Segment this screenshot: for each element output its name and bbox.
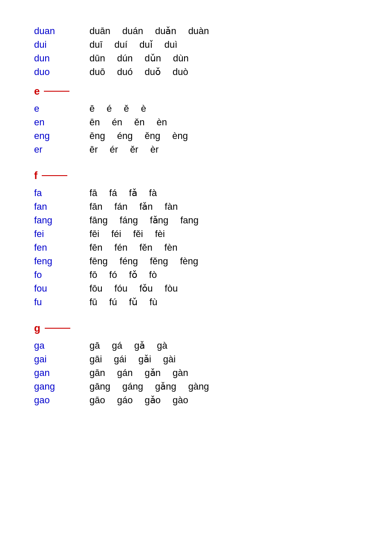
pinyin-tones: fūfúfǔfù [89, 297, 157, 308]
pinyin-label: dun [34, 53, 89, 64]
tone-value: fò [149, 269, 157, 280]
tone-value: gāi [89, 354, 102, 365]
pinyin-tones: ēngéngěngèng [89, 130, 188, 142]
pinyin-row: duoduōduóduǒduò [34, 66, 358, 78]
pinyin-tones: fōfófǒfò [89, 269, 157, 280]
tone-value: féi [111, 228, 121, 240]
tone-value: fēng [89, 256, 108, 267]
pinyin-tones: fēiféifěifèi [89, 228, 165, 240]
tone-value: fǎng [150, 215, 169, 226]
pinyin-label: fa [34, 188, 89, 199]
pinyin-tones: gāogáogǎogào [89, 395, 188, 406]
pinyin-label: duo [34, 66, 89, 78]
tone-value: ěn [134, 117, 144, 128]
section-line [45, 328, 70, 329]
tone-value: én [112, 117, 122, 128]
pinyin-tones: duānduánduǎnduàn [89, 26, 209, 37]
tone-value: gáng [122, 381, 143, 392]
tone-value: fén [115, 242, 128, 253]
tone-value: gán [117, 367, 133, 379]
tone-value: ě [124, 103, 129, 114]
tone-value: fá [109, 188, 117, 199]
pinyin-row: duiduīduíduǐduì [34, 39, 358, 50]
tone-value: ēn [89, 117, 100, 128]
section-header-e: e [34, 85, 358, 97]
section-line [42, 175, 67, 176]
pinyin-label: fen [34, 242, 89, 253]
tone-value: fěng [150, 256, 168, 267]
tone-value: ěng [144, 130, 160, 142]
tone-value: fō [89, 269, 97, 280]
pinyin-label: fan [34, 201, 89, 212]
tone-value: gáo [117, 395, 133, 406]
tone-value: gào [173, 395, 188, 406]
pinyin-tones: fēngféngfěngfèng [89, 256, 198, 267]
tone-value: féng [120, 256, 138, 267]
tone-value: gàng [188, 381, 209, 392]
pinyin-row: engēngéngěngèng [34, 130, 358, 142]
tone-value: ěr [130, 144, 138, 155]
tone-value: duǒ [144, 66, 160, 78]
pinyin-row: fufūfúfǔfù [34, 297, 358, 308]
tone-value: fōu [89, 283, 103, 294]
pinyin-tones: fāfáfǎfà [89, 188, 157, 199]
tone-value: fǎn [139, 201, 153, 212]
pinyin-label: dui [34, 39, 89, 50]
pinyin-row: dundūndúndǔndùn [34, 53, 358, 64]
section-line [44, 91, 69, 92]
pinyin-row: gagāgágǎgà [34, 340, 358, 351]
tone-value: gǎ [134, 340, 145, 351]
tone-value: gàn [173, 367, 188, 379]
tone-value: ēr [89, 144, 98, 155]
section-letter: g [34, 322, 40, 334]
pinyin-tones: gānggánggǎnggàng [89, 381, 209, 392]
pinyin-tones: fānfánfǎnfàn [89, 201, 178, 212]
pinyin-tones: fōufóufǒufòu [89, 283, 178, 294]
pinyin-tones: duōduóduǒduò [89, 66, 188, 78]
tone-value: fēn [89, 242, 103, 253]
tone-value: fāng [89, 215, 108, 226]
pinyin-row: fangfāngfángfǎngfang [34, 215, 358, 226]
tone-value: fān [89, 201, 103, 212]
pinyin-label: e [34, 103, 89, 114]
pinyin-label: gai [34, 354, 89, 365]
tone-value: duō [89, 66, 105, 78]
pinyin-row: gangāngángǎngàn [34, 367, 358, 379]
section-letter: e [34, 85, 40, 97]
tone-value: fǒ [129, 269, 137, 280]
tone-value: fàn [165, 201, 178, 212]
pinyin-tones: gāngángǎngàn [89, 367, 188, 379]
pinyin-tones: ērérěrèr [89, 144, 159, 155]
tone-value: fēi [89, 228, 99, 240]
tone-value: gǎn [144, 367, 160, 379]
pinyin-row: duanduānduánduǎnduàn [34, 26, 358, 37]
pinyin-row: enēnéněnèn [34, 117, 358, 128]
tone-value: gǎi [138, 354, 151, 365]
tone-value: ér [110, 144, 118, 155]
tone-value: duǎn [155, 26, 176, 37]
pinyin-label: duan [34, 26, 89, 37]
pinyin-row: fofōfófǒfò [34, 269, 358, 280]
tone-value: fā [89, 188, 97, 199]
tone-value: dǔn [144, 53, 161, 64]
pinyin-row: ganggānggánggǎnggàng [34, 381, 358, 392]
section-header-f: f [34, 170, 358, 182]
tone-value: fèi [155, 228, 165, 240]
tone-value: fěn [139, 242, 153, 253]
tone-value: gāo [89, 395, 105, 406]
pinyin-row: fafāfáfǎfà [34, 188, 358, 199]
pinyin-label: fo [34, 269, 89, 280]
pinyin-row: eēéěè [34, 103, 358, 114]
tone-value: è [141, 103, 146, 114]
tone-value: fang [180, 215, 199, 226]
pinyin-tones: gāigáigǎigài [89, 354, 176, 365]
tone-value: gā [89, 340, 100, 351]
tone-value: duī [89, 39, 103, 50]
tone-value: fǎ [129, 188, 137, 199]
tone-value: é [107, 103, 112, 114]
tone-value: ēng [89, 130, 105, 142]
tone-value: fǔ [129, 297, 138, 308]
tone-value: duǐ [139, 39, 152, 50]
pinyin-row: fengfēngféngfěngfèng [34, 256, 358, 267]
tone-value: duò [173, 66, 188, 78]
